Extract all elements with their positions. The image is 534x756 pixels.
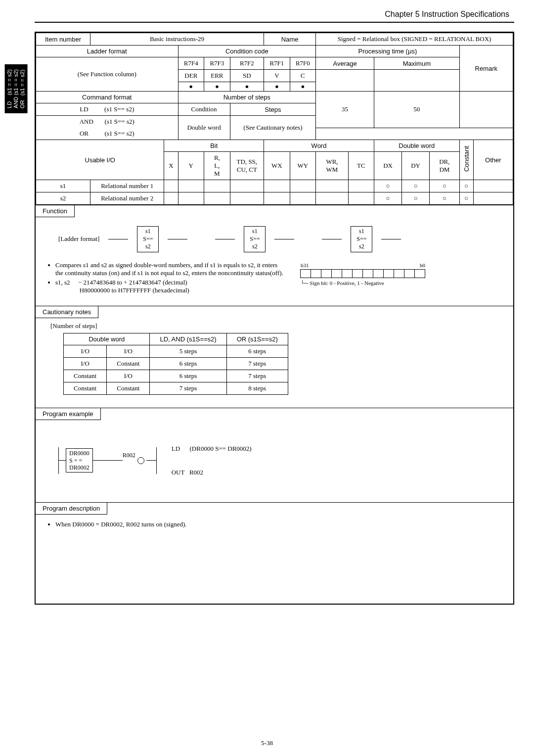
chapter-title: Chapter 5 Instruction Specifications (35, 10, 514, 19)
steps-hdr-dbl: Double word (64, 333, 150, 345)
r7f1: R7F1 (264, 57, 290, 70)
name-text: Signed = Relational box (SIGNED = RELATI… (316, 33, 513, 46)
usable-label: Usable I/O (36, 140, 164, 180)
progex-content: DR0000 S = = DR0002 R002 LD (DR0000 S== … (36, 420, 513, 502)
s2-drdm: ○ (430, 192, 460, 205)
c: C (290, 70, 316, 82)
ladder-box-3: s1 S== s2 (351, 226, 372, 252)
see-function: (See Function column) (36, 57, 178, 92)
ladder-box-1: s1 S== s2 (137, 226, 159, 252)
steps-table: Double word LD, AND (s1S==s2) OR (s1S==s… (63, 333, 288, 395)
sd: SD (230, 70, 264, 82)
cond-label: Condition (178, 103, 230, 116)
cmd-format-label: Command format (36, 92, 178, 103)
col-rlm: R, L, M (204, 152, 230, 180)
dot2: ● (204, 82, 230, 92)
dbl-label: Double word (374, 140, 460, 152)
dot4: ● (264, 82, 290, 92)
rel1: Relational number 1 (90, 180, 164, 192)
s2-label: s2 (36, 192, 90, 205)
main-box: Item number Basic instructions-29 Name S… (35, 32, 514, 605)
cmd-ld: LD (s1 S== s2) (36, 103, 178, 116)
see-caut: (See Cautionary notes) (230, 116, 316, 140)
s1-const: ○ (459, 180, 473, 192)
r7f3: R7F3 (204, 57, 230, 70)
dot1: ● (178, 82, 204, 92)
s2-const: ○ (459, 192, 473, 205)
v: V (264, 70, 290, 82)
steps-label: Steps (230, 103, 316, 116)
cond-code-label: Condition code (178, 46, 316, 57)
steps-hdr-ld: LD, AND (s1S==s2) (150, 333, 226, 345)
proc-time-label: Processing time (μs) (316, 46, 459, 57)
avg-blank (316, 70, 374, 92)
page-number: 5-38 (0, 739, 534, 747)
dot3: ● (230, 82, 264, 92)
max-label: Maximum (374, 57, 460, 70)
col-drdm: DR, DM (430, 152, 460, 180)
err: ERR (204, 70, 230, 82)
col-wx: WX (264, 152, 290, 180)
basic-instr: Basic instructions-29 (90, 33, 264, 46)
col-x: X (164, 152, 178, 180)
progex-label: Program example (36, 408, 101, 420)
progdesc-content: When DR0000 = DR0002, R002 turns on (sig… (36, 515, 513, 604)
rel2: Relational number 2 (90, 192, 164, 205)
col-y: Y (178, 152, 204, 180)
s1-drdm: ○ (430, 180, 460, 192)
progdesc-text: When DR0000 = DR0002, R002 turns on (sig… (55, 520, 505, 528)
cmd-and: AND (s1 S== s2) (36, 116, 178, 128)
s1-dy: ○ (402, 180, 430, 192)
dot5: ● (290, 82, 316, 92)
s1-dx: ○ (374, 180, 402, 192)
dblword-label: Double word (178, 116, 230, 140)
remark-label: Remark (459, 46, 513, 92)
r7f2: R7F2 (230, 57, 264, 70)
col-dy: DY (402, 152, 430, 180)
ladder-box-2: s1 S== s2 (244, 226, 266, 252)
col-dx: DX (374, 152, 402, 180)
s1-label: s1 (36, 180, 90, 192)
name-label: Name (264, 33, 316, 46)
cautionary-label: Cautionary notes (36, 306, 98, 318)
bit-diagram: b31 b0 └─ Sign bit: 0 - Positive, 1 - Ne… (301, 259, 425, 286)
progdesc-label: Program description (36, 503, 107, 515)
ladder-format-label: Ladder format (36, 46, 178, 57)
word-label: Word (264, 140, 374, 152)
header-rule (35, 22, 514, 23)
num-steps-text: [Number of steps] (50, 322, 505, 330)
col-wy: WY (290, 152, 316, 180)
col-tc: TC (348, 152, 374, 180)
s2-dy: ○ (402, 192, 430, 205)
bullet-2: s1, s2 − 2147483648 to + 2147483647 (dec… (55, 279, 286, 294)
cmd-or: OR (s1 S== s2) (36, 128, 178, 140)
steps-50: 50 (374, 92, 460, 128)
function-label: Function (36, 205, 75, 217)
steps-hdr-or: OR (s1S==s2) (226, 333, 288, 345)
avg-label: Average (316, 57, 374, 70)
col-tdss: TD, SS, CU, CT (230, 152, 264, 180)
function-content: [Ladder format] s1 S== s2 s1 S== s2 s1 S… (36, 217, 513, 306)
const-label: Constant (459, 140, 473, 180)
col-wrwm: WR, WM (316, 152, 349, 180)
item-number-label: Item number (36, 33, 90, 46)
cautionary-content: [Number of steps] Double word LD, AND (s… (36, 318, 513, 408)
num-steps-label: Number of steps (178, 92, 316, 103)
other-label: Other (473, 140, 513, 180)
side-tab: LD (s1 = = s2) AND (s1 = = s2) OR (s1 = … (5, 64, 28, 113)
r7f4: R7F4 (178, 57, 204, 70)
spec-table: Item number Basic instructions-29 Name S… (36, 33, 513, 205)
r7f0: R7F0 (290, 57, 316, 70)
s2-dx: ○ (374, 192, 402, 205)
bit-label: Bit (164, 140, 264, 152)
steps-35: 35 (316, 92, 374, 128)
der: DER (178, 70, 204, 82)
ladder-format-text: [Ladder format] (58, 235, 99, 243)
bullet-1: Compares s1 and s2 as signed double-word… (55, 261, 286, 277)
max-blank (374, 70, 460, 92)
remark-blank (459, 92, 513, 128)
